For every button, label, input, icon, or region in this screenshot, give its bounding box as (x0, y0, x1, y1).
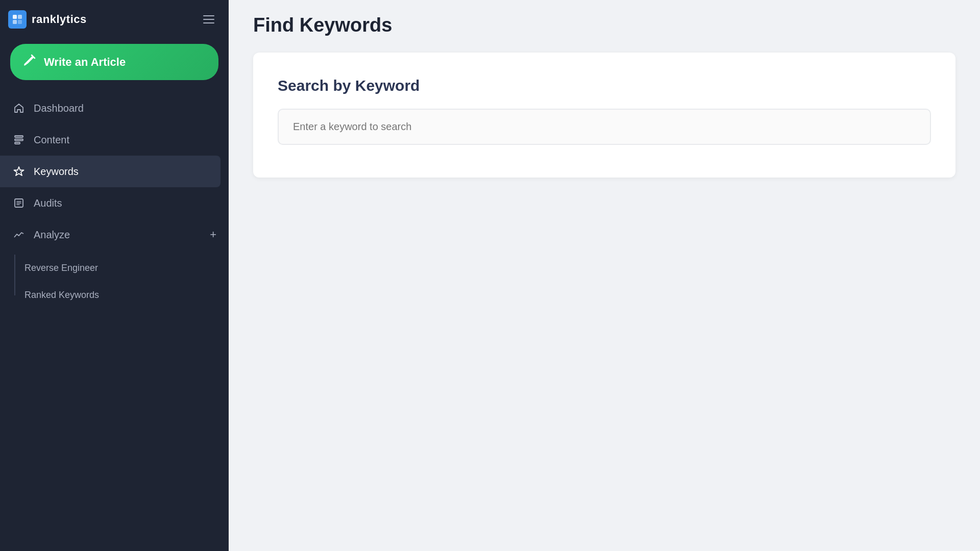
svg-rect-2 (13, 20, 17, 24)
search-card: Search by Keyword (253, 53, 955, 178)
main-content: Find Keywords Search by Keyword (229, 0, 980, 551)
svg-point-4 (25, 64, 27, 65)
sidebar-item-keywords[interactable]: Keywords (0, 156, 220, 187)
sidebar-item-keywords-label: Keywords (34, 166, 208, 178)
sidebar-item-analyze-label: Analyze (34, 229, 202, 241)
svg-rect-3 (18, 20, 22, 24)
analyze-icon (12, 228, 26, 241)
svg-rect-0 (13, 15, 17, 19)
star-icon (12, 165, 26, 178)
main-body: Search by Keyword (229, 46, 980, 551)
sidebar-header: ranklytics (0, 0, 229, 39)
sidebar-item-analyze[interactable]: Analyze + (0, 219, 229, 251)
logo-area: ranklytics (8, 10, 87, 29)
sidebar-nav: Dashboard Content Keywords (0, 92, 229, 551)
sidebar-item-reverse-engineer[interactable]: Reverse Engineer (0, 255, 229, 282)
home-icon (12, 102, 26, 115)
hamburger-button[interactable] (201, 13, 216, 26)
logo-text: ranklytics (32, 13, 87, 26)
hamburger-line-3 (203, 22, 214, 23)
sidebar-item-audits-label: Audits (34, 197, 216, 209)
hamburger-line-1 (203, 15, 214, 16)
svg-rect-5 (15, 136, 23, 137)
keyword-search-input[interactable] (278, 109, 931, 145)
analyze-plus-icon[interactable]: + (210, 228, 216, 241)
ranked-keywords-label: Ranked Keywords (24, 290, 99, 300)
sidebar-item-content[interactable]: Content (0, 124, 229, 156)
svg-rect-1 (18, 15, 22, 19)
logo-icon (8, 10, 27, 29)
sub-nav-items: Reverse Engineer Ranked Keywords (0, 255, 229, 309)
sidebar-item-dashboard-label: Dashboard (34, 103, 216, 114)
main-header: Find Keywords (229, 0, 980, 46)
sidebar-item-ranked-keywords[interactable]: Ranked Keywords (0, 282, 229, 309)
sidebar-item-audits[interactable]: Audits (0, 187, 229, 219)
hamburger-line-2 (203, 19, 214, 20)
pencil-icon (22, 53, 37, 71)
content-icon (12, 133, 26, 146)
svg-rect-6 (15, 139, 23, 141)
write-article-label: Write an Article (44, 56, 126, 69)
write-article-button[interactable]: Write an Article (10, 44, 218, 80)
sidebar-item-content-label: Content (34, 134, 216, 146)
reverse-engineer-label: Reverse Engineer (24, 263, 98, 273)
sidebar: ranklytics Write an Article Dashboar (0, 0, 229, 551)
page-title: Find Keywords (253, 14, 955, 36)
svg-rect-7 (15, 142, 20, 144)
search-section-title: Search by Keyword (278, 77, 931, 94)
audits-icon (12, 196, 26, 210)
sidebar-item-dashboard[interactable]: Dashboard (0, 92, 229, 124)
